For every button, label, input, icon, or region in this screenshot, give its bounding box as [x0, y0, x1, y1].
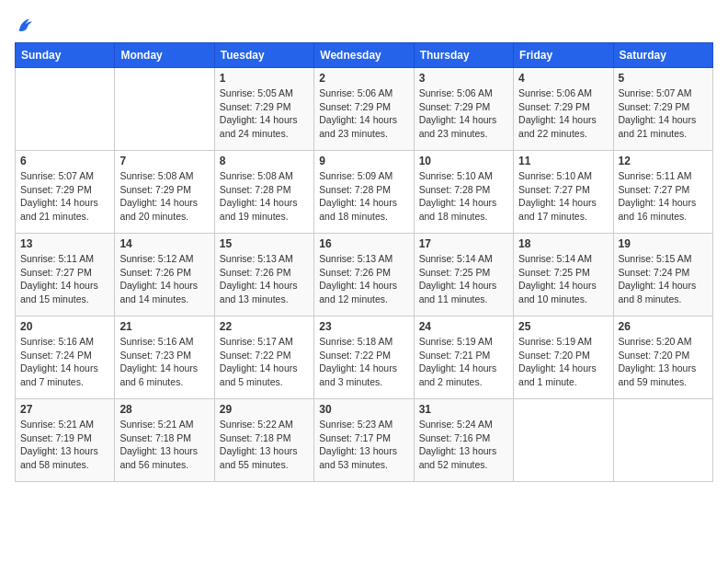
day-info: Sunrise: 5:22 AMSunset: 7:18 PMDaylight:… [220, 418, 309, 472]
day-info: Sunrise: 5:17 AMSunset: 7:22 PMDaylight:… [220, 335, 309, 389]
calendar-cell: 8Sunrise: 5:08 AMSunset: 7:28 PMDaylight… [214, 151, 313, 234]
calendar-body: 1Sunrise: 5:05 AMSunset: 7:29 PMDaylight… [16, 68, 713, 482]
calendar-cell: 16Sunrise: 5:13 AMSunset: 7:26 PMDayligh… [314, 234, 414, 316]
day-info: Sunrise: 5:12 AMSunset: 7:26 PMDaylight:… [119, 252, 209, 306]
day-number: 11 [518, 155, 608, 167]
calendar-cell: 3Sunrise: 5:06 AMSunset: 7:29 PMDaylight… [414, 68, 513, 151]
weekday-header: Saturday [613, 43, 712, 68]
day-info: Sunrise: 5:21 AMSunset: 7:19 PMDaylight:… [20, 418, 109, 472]
day-number: 25 [518, 320, 608, 333]
weekday-row: SundayMondayTuesdayWednesdayThursdayFrid… [16, 43, 713, 68]
day-number: 30 [319, 403, 408, 416]
day-info: Sunrise: 5:18 AMSunset: 7:22 PMDaylight:… [319, 335, 408, 389]
day-info: Sunrise: 5:07 AMSunset: 7:29 PMDaylight:… [20, 169, 109, 224]
calendar-cell: 26Sunrise: 5:20 AMSunset: 7:20 PMDayligh… [613, 316, 712, 399]
day-info: Sunrise: 5:16 AMSunset: 7:23 PMDaylight:… [119, 335, 209, 389]
calendar-cell: 25Sunrise: 5:19 AMSunset: 7:20 PMDayligh… [514, 316, 613, 399]
day-number: 28 [119, 403, 209, 416]
calendar-cell: 22Sunrise: 5:17 AMSunset: 7:22 PMDayligh… [214, 316, 313, 399]
day-number: 23 [319, 320, 408, 333]
day-number: 13 [20, 237, 109, 250]
calendar-cell: 1Sunrise: 5:05 AMSunset: 7:29 PMDaylight… [214, 68, 313, 151]
day-number: 22 [220, 320, 309, 333]
day-info: Sunrise: 5:14 AMSunset: 7:25 PMDaylight:… [518, 252, 608, 306]
calendar-cell: 10Sunrise: 5:10 AMSunset: 7:28 PMDayligh… [414, 151, 513, 234]
header [15, 15, 713, 35]
day-number: 12 [619, 155, 708, 167]
day-info: Sunrise: 5:24 AMSunset: 7:16 PMDaylight:… [419, 418, 508, 472]
calendar-cell: 24Sunrise: 5:19 AMSunset: 7:21 PMDayligh… [414, 316, 513, 399]
calendar-cell: 9Sunrise: 5:09 AMSunset: 7:28 PMDaylight… [314, 151, 414, 234]
day-number: 26 [619, 320, 708, 333]
day-number: 8 [220, 155, 309, 167]
logo-icon [15, 15, 35, 35]
day-info: Sunrise: 5:07 AMSunset: 7:29 PMDaylight:… [619, 86, 708, 141]
day-info: Sunrise: 5:10 AMSunset: 7:28 PMDaylight:… [419, 169, 508, 224]
calendar-cell: 17Sunrise: 5:14 AMSunset: 7:25 PMDayligh… [414, 234, 513, 316]
calendar-cell: 15Sunrise: 5:13 AMSunset: 7:26 PMDayligh… [214, 234, 313, 316]
calendar-week-row: 13Sunrise: 5:11 AMSunset: 7:27 PMDayligh… [16, 234, 713, 316]
weekday-header: Friday [514, 43, 613, 68]
calendar-cell: 14Sunrise: 5:12 AMSunset: 7:26 PMDayligh… [115, 234, 214, 316]
day-info: Sunrise: 5:11 AMSunset: 7:27 PMDaylight:… [20, 252, 109, 306]
day-info: Sunrise: 5:05 AMSunset: 7:29 PMDaylight:… [220, 86, 309, 141]
calendar-cell: 30Sunrise: 5:23 AMSunset: 7:17 PMDayligh… [314, 399, 414, 482]
calendar-cell [115, 68, 214, 151]
day-info: Sunrise: 5:09 AMSunset: 7:28 PMDaylight:… [319, 169, 408, 224]
calendar-header: SundayMondayTuesdayWednesdayThursdayFrid… [16, 43, 713, 68]
day-number: 18 [518, 237, 608, 250]
day-number: 16 [319, 237, 408, 250]
day-number: 27 [20, 403, 109, 416]
day-info: Sunrise: 5:15 AMSunset: 7:24 PMDaylight:… [619, 252, 708, 306]
day-number: 15 [220, 237, 309, 250]
calendar-cell: 21Sunrise: 5:16 AMSunset: 7:23 PMDayligh… [115, 316, 214, 399]
logo [15, 15, 39, 35]
calendar-cell: 27Sunrise: 5:21 AMSunset: 7:19 PMDayligh… [16, 399, 115, 482]
day-number: 1 [220, 72, 309, 85]
calendar-cell: 18Sunrise: 5:14 AMSunset: 7:25 PMDayligh… [514, 234, 613, 316]
day-number: 21 [119, 320, 209, 333]
calendar-cell: 11Sunrise: 5:10 AMSunset: 7:27 PMDayligh… [514, 151, 613, 234]
calendar-cell [514, 399, 613, 482]
day-info: Sunrise: 5:06 AMSunset: 7:29 PMDaylight:… [518, 86, 608, 141]
calendar-cell: 5Sunrise: 5:07 AMSunset: 7:29 PMDaylight… [613, 68, 712, 151]
day-number: 4 [518, 72, 608, 85]
calendar-cell [16, 68, 115, 151]
weekday-header: Tuesday [214, 43, 313, 68]
calendar-week-row: 20Sunrise: 5:16 AMSunset: 7:24 PMDayligh… [16, 316, 713, 399]
calendar-week-row: 6Sunrise: 5:07 AMSunset: 7:29 PMDaylight… [16, 151, 713, 234]
day-number: 17 [419, 237, 508, 250]
day-info: Sunrise: 5:13 AMSunset: 7:26 PMDaylight:… [319, 252, 408, 306]
day-number: 2 [319, 72, 408, 85]
day-info: Sunrise: 5:06 AMSunset: 7:29 PMDaylight:… [319, 86, 408, 141]
day-number: 19 [619, 237, 708, 250]
weekday-header: Thursday [414, 43, 513, 68]
day-number: 7 [119, 155, 209, 167]
day-info: Sunrise: 5:08 AMSunset: 7:29 PMDaylight:… [119, 169, 209, 224]
day-number: 14 [119, 237, 209, 250]
calendar-cell [613, 399, 712, 482]
day-info: Sunrise: 5:13 AMSunset: 7:26 PMDaylight:… [220, 252, 309, 306]
day-number: 10 [419, 155, 508, 167]
day-info: Sunrise: 5:14 AMSunset: 7:25 PMDaylight:… [419, 252, 508, 306]
day-number: 31 [419, 403, 508, 416]
calendar-cell: 23Sunrise: 5:18 AMSunset: 7:22 PMDayligh… [314, 316, 414, 399]
day-number: 3 [419, 72, 508, 85]
calendar-cell: 28Sunrise: 5:21 AMSunset: 7:18 PMDayligh… [115, 399, 214, 482]
calendar-cell: 13Sunrise: 5:11 AMSunset: 7:27 PMDayligh… [16, 234, 115, 316]
day-info: Sunrise: 5:16 AMSunset: 7:24 PMDaylight:… [20, 335, 109, 389]
day-number: 5 [619, 72, 708, 85]
day-info: Sunrise: 5:19 AMSunset: 7:21 PMDaylight:… [419, 335, 508, 389]
day-info: Sunrise: 5:21 AMSunset: 7:18 PMDaylight:… [119, 418, 209, 472]
day-number: 20 [20, 320, 109, 333]
day-info: Sunrise: 5:19 AMSunset: 7:20 PMDaylight:… [518, 335, 608, 389]
calendar-cell: 6Sunrise: 5:07 AMSunset: 7:29 PMDaylight… [16, 151, 115, 234]
day-number: 9 [319, 155, 408, 167]
calendar-cell: 4Sunrise: 5:06 AMSunset: 7:29 PMDaylight… [514, 68, 613, 151]
day-info: Sunrise: 5:20 AMSunset: 7:20 PMDaylight:… [619, 335, 708, 389]
day-info: Sunrise: 5:06 AMSunset: 7:29 PMDaylight:… [419, 86, 508, 141]
day-info: Sunrise: 5:08 AMSunset: 7:28 PMDaylight:… [220, 169, 309, 224]
calendar: SundayMondayTuesdayWednesdayThursdayFrid… [15, 42, 713, 482]
day-info: Sunrise: 5:10 AMSunset: 7:27 PMDaylight:… [518, 169, 608, 224]
day-number: 24 [419, 320, 508, 333]
